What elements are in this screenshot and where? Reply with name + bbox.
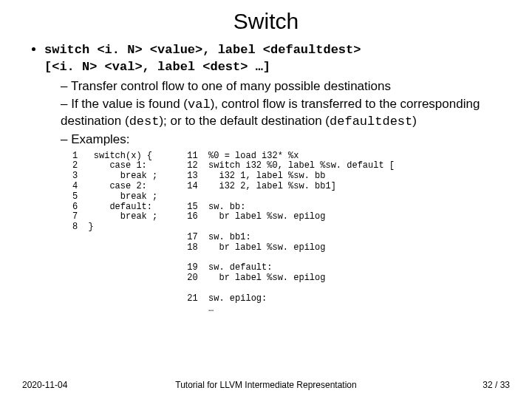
footer-date: 2020-11-04	[22, 380, 67, 390]
syntax-bullet: switch <i. N> <value>, label <defaultdes…	[44, 41, 504, 149]
page-title: Switch	[28, 9, 504, 34]
sub-item-2: If the value is found (val), control flo…	[61, 96, 504, 130]
sub-item-3: Examples:	[61, 132, 504, 148]
sub2-d: )	[412, 114, 417, 128]
code-left: 1 switch(x) { 2 case 1: 3 break ; 4 case…	[72, 151, 157, 233]
syntax-line2: [<i. N> <val>, label <dest> …]	[44, 60, 270, 74]
sub2-c: ); or to the default destination (	[159, 114, 330, 128]
slide: Switch switch <i. N> <value>, label <def…	[0, 0, 532, 314]
syntax-line1: switch <i. N> <value>, label <defaultdes…	[44, 43, 361, 57]
sub2-a: If the value is found (	[71, 97, 188, 111]
footer-caption: Tutorial for LLVM Intermediate Represent…	[0, 380, 532, 390]
sub-list: Transfer control flow to one of many pos…	[61, 78, 504, 148]
sub2-def: defaultdest	[330, 115, 412, 129]
sub2-dest: dest	[129, 115, 160, 129]
sub2-val: val	[188, 98, 211, 112]
bullet-list: switch <i. N> <value>, label <defaultdes…	[28, 41, 504, 149]
footer: 2020-11-04 Tutorial for LLVM Intermediat…	[0, 380, 532, 390]
code-area: 1 switch(x) { 2 case 1: 3 break ; 4 case…	[28, 151, 504, 315]
code-right: 11 %0 = load i32* %x 12 switch i32 %0, l…	[187, 151, 395, 315]
footer-pager: 32 / 33	[482, 380, 510, 390]
sub-item-1: Transfer control flow to one of many pos…	[61, 78, 504, 95]
